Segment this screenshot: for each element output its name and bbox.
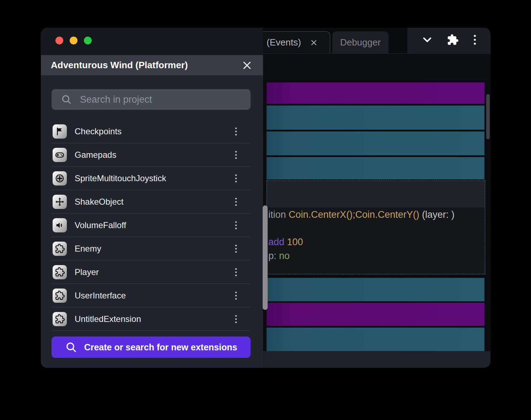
tab-debugger[interactable]: Debugger bbox=[332, 31, 388, 53]
create-extension-button[interactable]: Create or search for new extensions bbox=[52, 336, 251, 358]
list-item-label: SpriteMultitouchJoystick bbox=[75, 173, 166, 183]
close-traffic-light[interactable] bbox=[55, 37, 63, 44]
item-kebab-icon[interactable] bbox=[231, 196, 241, 208]
action-text: ition bbox=[268, 209, 289, 220]
selected-event-header bbox=[267, 181, 485, 208]
event-row-purple[interactable] bbox=[267, 303, 484, 326]
item-kebab-icon[interactable] bbox=[231, 219, 241, 231]
list-item-shakeobject[interactable]: ShakeObject bbox=[52, 190, 251, 214]
puzzle-icon bbox=[53, 312, 67, 326]
action-flag: no bbox=[279, 251, 290, 261]
list-item-volumefalloff[interactable]: VolumeFalloff bbox=[52, 214, 251, 237]
item-kebab-icon[interactable] bbox=[231, 290, 241, 302]
minimize-traffic-light[interactable] bbox=[70, 37, 77, 44]
list-item-spritemultitouchjoystick[interactable]: SpriteMultitouchJoystick bbox=[52, 167, 251, 190]
action-expression: Coin.CenterX();Coin.CenterY() bbox=[289, 209, 419, 220]
close-panel-icon[interactable] bbox=[241, 59, 253, 71]
move-arrows-icon bbox=[53, 195, 67, 209]
speaker-icon bbox=[53, 218, 67, 232]
puzzle-icon bbox=[53, 289, 67, 303]
search-icon bbox=[65, 341, 77, 353]
list-item-label: UntitledExtension bbox=[75, 314, 141, 324]
extensions-panel: Adventurous Wind (Platformer) Checkpoint… bbox=[41, 28, 263, 368]
list-item-checkpoints[interactable]: Checkpoints bbox=[52, 120, 251, 143]
event-action-line: add 100 bbox=[268, 237, 303, 248]
list-item-player[interactable]: Player bbox=[52, 260, 251, 284]
item-kebab-icon[interactable] bbox=[231, 172, 241, 184]
item-kebab-icon[interactable] bbox=[231, 313, 241, 325]
event-action-line: p: no bbox=[268, 251, 290, 262]
list-item-label: Player bbox=[75, 267, 99, 277]
item-kebab-icon[interactable] bbox=[231, 149, 241, 161]
event-action-line: ition Coin.CenterX();Coin.CenterY() (lay… bbox=[268, 209, 455, 220]
list-item-label: UserInterface bbox=[75, 291, 126, 301]
action-operator: add bbox=[268, 237, 287, 247]
events-scrollbar-thumb[interactable] bbox=[486, 94, 490, 139]
item-kebab-icon[interactable] bbox=[231, 125, 241, 138]
event-row-teal[interactable] bbox=[267, 106, 484, 130]
search-input[interactable] bbox=[80, 94, 246, 105]
event-row-teal[interactable] bbox=[267, 157, 484, 179]
item-kebab-icon[interactable] bbox=[231, 266, 241, 278]
app-window: (Events) Debugger bbox=[41, 28, 490, 368]
action-layer: (layer: ) bbox=[419, 209, 455, 220]
window-titlebar bbox=[41, 28, 263, 55]
action-value: 100 bbox=[287, 237, 303, 247]
flag-icon bbox=[53, 124, 67, 139]
list-item-userinterface[interactable]: UserInterface bbox=[52, 284, 251, 307]
puzzle-icon bbox=[53, 265, 67, 279]
panel-title: Adventurous Wind (Platformer) bbox=[51, 60, 188, 71]
item-kebab-icon[interactable] bbox=[231, 243, 241, 255]
selected-event-block[interactable]: ition Coin.CenterX();Coin.CenterY() (lay… bbox=[267, 181, 485, 274]
extensions-puzzle-icon[interactable] bbox=[447, 34, 459, 47]
tab-events-label: (Events) bbox=[267, 37, 301, 48]
list-item-untitledextension[interactable]: UntitledExtension bbox=[52, 307, 251, 331]
list-item-label: Checkpoints bbox=[75, 126, 122, 136]
search-icon bbox=[61, 94, 72, 105]
event-row-teal[interactable] bbox=[267, 131, 484, 155]
project-search bbox=[52, 89, 251, 110]
event-row-purple[interactable] bbox=[267, 82, 484, 104]
panel-header: Adventurous Wind (Platformer) bbox=[41, 55, 263, 75]
list-item-label: ShakeObject bbox=[75, 197, 123, 207]
list-item-label: Gamepads bbox=[75, 150, 116, 160]
list-item-gamepads[interactable]: Gamepads bbox=[52, 143, 251, 167]
kebab-menu-icon[interactable] bbox=[473, 34, 477, 47]
puzzle-icon bbox=[53, 242, 67, 256]
list-item-enemy[interactable]: Enemy bbox=[52, 237, 251, 260]
list-item-label: Enemy bbox=[75, 244, 101, 254]
create-extension-label: Create or search for new extensions bbox=[84, 342, 237, 352]
list-item-label: VolumeFalloff bbox=[75, 220, 126, 230]
window-controls-group bbox=[407, 28, 490, 53]
tab-debugger-label: Debugger bbox=[340, 37, 381, 48]
tab-close-icon[interactable] bbox=[310, 39, 317, 46]
event-row-teal[interactable] bbox=[267, 328, 484, 351]
event-row-teal[interactable] bbox=[267, 278, 484, 301]
panel-scrollbar-thumb[interactable] bbox=[263, 205, 268, 310]
extension-list: Checkpoints Gamepads SpriteMultitouchJoy… bbox=[52, 120, 251, 331]
joystick-icon bbox=[53, 171, 67, 185]
gamepad-icon bbox=[53, 148, 67, 162]
action-text: p: bbox=[268, 251, 279, 261]
chevron-down-icon[interactable] bbox=[422, 34, 433, 47]
zoom-traffic-light[interactable] bbox=[84, 37, 92, 44]
